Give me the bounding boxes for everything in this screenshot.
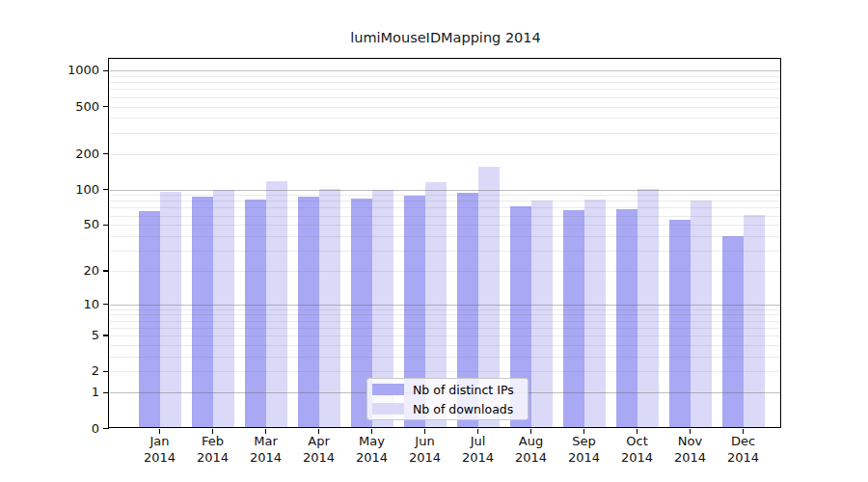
x-tick — [371, 429, 373, 434]
x-tick — [690, 429, 692, 434]
x-tick-label: Nov 2014 — [664, 434, 718, 466]
download-stats-chart: lumiMouseIDMapping 2014 1000500200100502… — [0, 0, 868, 482]
x-tick — [743, 429, 745, 434]
x-tick — [265, 429, 267, 434]
x-tick — [477, 429, 479, 434]
y-tick-label: 0 — [29, 421, 99, 437]
x-tick — [583, 429, 585, 434]
y-tick-label: 10 — [29, 297, 99, 312]
y-tick-label: 500 — [29, 99, 99, 115]
y-tick-label: 50 — [29, 217, 99, 232]
x-tick — [318, 429, 320, 434]
x-tick-label: Aug 2014 — [504, 434, 558, 466]
x-tick — [159, 429, 161, 434]
x-tick-label: Jun 2014 — [398, 434, 452, 466]
y-tick-label: 2 — [29, 363, 99, 379]
x-tick-label: May 2014 — [345, 434, 399, 466]
x-tick-label: Mar 2014 — [239, 434, 293, 466]
y-tick-label: 100 — [29, 182, 99, 198]
legend-swatch-downloads — [372, 403, 404, 415]
legend-item-downloads: Nb of downloads — [372, 401, 523, 416]
chart-title: lumiMouseIDMapping 2014 — [109, 30, 782, 49]
legend-swatch-distinct-ips — [372, 384, 404, 396]
y-tick-label: 1000 — [29, 63, 99, 78]
x-tick-label: Dec 2014 — [717, 434, 771, 466]
legend-label-distinct-ips: Nb of distinct IPs — [413, 383, 514, 397]
x-tick — [530, 429, 532, 434]
x-tick — [424, 429, 426, 434]
x-tick-label: Sep 2014 — [557, 434, 611, 466]
y-tick-label: 200 — [29, 147, 99, 162]
x-tick-label: Feb 2014 — [186, 434, 240, 466]
x-tick-label: Apr 2014 — [292, 434, 346, 466]
y-tick-label: 20 — [29, 263, 99, 279]
y-tick-label: 1 — [29, 385, 99, 400]
plot-frame — [108, 58, 781, 428]
legend-item-distinct-ips: Nb of distinct IPs — [372, 382, 523, 397]
x-tick — [212, 429, 214, 434]
y-tick-label: 5 — [29, 328, 99, 343]
legend-label-downloads: Nb of downloads — [413, 402, 513, 416]
x-tick-label: Oct 2014 — [610, 434, 665, 466]
x-tick-label: Jul 2014 — [451, 434, 505, 466]
legend: Nb of distinct IPs Nb of downloads — [366, 378, 529, 420]
x-tick-label: Jan 2014 — [133, 434, 187, 466]
x-tick — [637, 429, 638, 434]
